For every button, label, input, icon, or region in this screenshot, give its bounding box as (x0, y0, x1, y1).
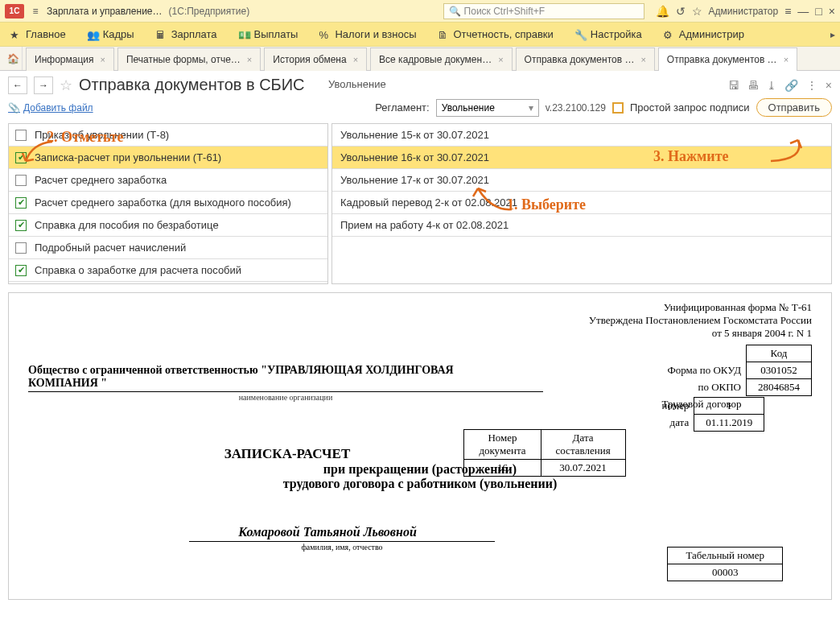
reglament-label: Регламент: (375, 101, 430, 114)
document-row[interactable]: Увольнение 16-к от 30.07.2021 (332, 147, 831, 169)
doc-type-label: Подробный расчет начислений (35, 242, 186, 254)
doc-type-label: Расчет среднего заработка (для выходного… (35, 196, 291, 209)
doc-type-row[interactable]: Приказ об увольнении (Т-8) (9, 124, 327, 147)
doc-type-label: Расчет среднего заработка (35, 174, 167, 186)
send-button[interactable]: Отправить (756, 98, 832, 117)
maximize-icon[interactable]: □ (815, 5, 821, 18)
document-row[interactable]: Увольнение 15-к от 30.07.2021 (332, 124, 831, 147)
document-preview: Унифицированная форма № Т-61 Утверждена … (8, 292, 832, 600)
window-options-icon[interactable]: ≡ (784, 5, 791, 18)
user-label[interactable]: Администратор (709, 6, 779, 17)
more-icon[interactable]: ⋮ (806, 79, 817, 92)
nav-forward-button[interactable]: → (34, 76, 53, 94)
close-icon[interactable]: × (829, 5, 835, 18)
menu-hr[interactable]: 👥Кадры (82, 25, 139, 43)
document-row[interactable]: Прием на работу 4-к от 02.08.2021 (332, 214, 831, 237)
form-title: Отправка документов в СБИС (79, 76, 305, 94)
favorite-toggle[interactable]: ☆ (60, 76, 72, 94)
tab-close-icon[interactable]: × (784, 55, 789, 64)
menu-payments[interactable]: 💵Выплаты (233, 25, 303, 43)
doc-type-checkbox[interactable]: ✔ (15, 220, 27, 231)
doc-type-row[interactable]: ✔Записка-расчет при увольнении (Т-61) (9, 147, 327, 169)
tab-close-icon[interactable]: × (247, 55, 252, 64)
app-subtitle: (1С:Предприятие) (169, 6, 250, 17)
app-logo: 1C (5, 4, 24, 19)
menu-icon[interactable]: ≡ (29, 5, 42, 18)
titlebar: 1C ≡ Зарплата и управление… (1С:Предприя… (0, 0, 840, 23)
tab-send-docs-2[interactable]: Отправка документов …× (658, 48, 797, 71)
app-name: Зарплата и управление… (47, 6, 163, 17)
doc-icon: 🗎 (438, 29, 449, 40)
tab-exchange-history[interactable]: История обмена× (264, 48, 367, 71)
menu-more-icon[interactable]: ▸ (830, 29, 835, 40)
tab-send-docs-1[interactable]: Отправка документов …× (516, 48, 655, 71)
doc-type-label: Приказ об увольнении (Т-8) (35, 129, 169, 141)
document-row[interactable]: Увольнение 17-к от 30.07.2021 (332, 169, 831, 192)
bell-icon[interactable]: 🔔 (656, 5, 669, 18)
document-row[interactable]: Кадровый перевод 2-к от 02.08.2021 (332, 192, 831, 214)
menu-salary[interactable]: 🖩Зарплата (150, 25, 222, 43)
doc-type-checkbox[interactable]: ✔ (15, 152, 27, 163)
doc-type-checkbox[interactable] (15, 242, 27, 254)
doc-type-row[interactable]: ✔Справка о заработке для расчета пособий (9, 259, 327, 282)
simple-sign-checkbox[interactable] (612, 102, 624, 114)
pv-organization: Общество с ограниченной ответственностью… (28, 364, 471, 390)
doc-type-row[interactable]: ✔Справка для пособия по безработице (9, 214, 327, 237)
minimize-icon[interactable]: — (797, 5, 809, 18)
star-icon[interactable]: ☆ (692, 5, 702, 18)
doc-type-label: Справка для пособия по безработице (35, 219, 219, 231)
document-types-panel: Приказ об увольнении (Т-8)✔Записка-расче… (8, 123, 328, 284)
close-form-icon[interactable]: × (826, 79, 832, 92)
search-icon: 🔍 (449, 6, 461, 17)
pv-sub1: при прекращении (расторжении) (28, 462, 812, 477)
doc-type-checkbox[interactable] (15, 175, 27, 186)
money-icon: 💵 (238, 29, 249, 40)
doc-type-checkbox[interactable]: ✔ (15, 197, 27, 209)
reglament-select[interactable]: Увольнение ▾ (436, 99, 539, 117)
pv-codes-table: Код Форма по ОКУД0301052 по ОКПО28046854… (651, 345, 813, 432)
add-file-link[interactable]: 📎 Добавить файл (8, 102, 93, 114)
simple-sign-label: Простой запрос подписи (630, 101, 750, 114)
global-search[interactable]: 🔍 Поиск Ctrl+Shift+F (443, 3, 644, 19)
tab-close-icon[interactable]: × (100, 55, 105, 64)
tab-close-icon[interactable]: × (498, 55, 503, 64)
version-label: v.23.2100.129 (546, 102, 606, 114)
doc-type-checkbox[interactable]: ✔ (15, 265, 27, 276)
doc-type-row[interactable]: ✔Расчет среднего заработка (для выходног… (9, 192, 327, 214)
calculator-icon: 🖩 (155, 29, 167, 40)
history-icon[interactable]: ↺ (676, 5, 686, 18)
tab-close-icon[interactable]: × (640, 55, 645, 64)
menu-main[interactable]: ★Главное (5, 25, 71, 43)
menu-taxes[interactable]: %Налоги и взносы (314, 25, 421, 43)
doc-type-row[interactable]: Подробный расчет начислений (9, 237, 327, 259)
tab-info[interactable]: Информация× (26, 48, 114, 71)
print-icon[interactable]: 🖶 (747, 79, 759, 92)
link-icon[interactable]: 🔗 (784, 79, 798, 92)
tab-print-forms[interactable]: Печатные формы, отче…× (117, 48, 261, 71)
home-tab[interactable]: 🏠 (5, 47, 23, 70)
tab-hr-docs[interactable]: Все кадровые докумен…× (370, 48, 512, 71)
people-icon: 👥 (87, 29, 98, 40)
doc-type-row[interactable]: Расчет среднего заработка (9, 169, 327, 192)
paperclip-icon: 📎 (8, 102, 20, 114)
doc-type-checkbox[interactable] (15, 130, 27, 141)
pv-approval: Утверждена Постановлением Госкомстата Ро… (28, 314, 812, 327)
documents-panel: Увольнение 15-к от 30.07.2021Увольнение … (331, 123, 832, 284)
star-solid-icon: ★ (10, 29, 21, 40)
pv-form-no: Унифицированная форма № Т-61 (28, 301, 812, 314)
save-icon[interactable]: 🖫 (728, 79, 739, 92)
nav-back-button[interactable]: ← (8, 76, 27, 94)
main-menu: ★Главное 👥Кадры 🖩Зарплата 💵Выплаты %Нало… (0, 23, 840, 47)
pv-tabel-table: Табельный номер 00003 (667, 547, 783, 581)
menu-admin[interactable]: ⚙Администрир (658, 25, 749, 43)
export-icon[interactable]: ⤓ (767, 79, 776, 92)
chevron-down-icon: ▾ (529, 102, 533, 114)
doc-type-label: Записка-расчет при увольнении (Т-61) (35, 151, 221, 163)
pv-approval-date: от 5 января 2004 г. N 1 (28, 327, 812, 340)
gear-icon: ⚙ (663, 29, 674, 40)
menu-reports[interactable]: 🗎Отчетность, справки (433, 25, 558, 43)
search-placeholder: Поиск Ctrl+Shift+F (464, 6, 546, 17)
menu-settings[interactable]: 🔧Настройка (570, 25, 647, 43)
tab-close-icon[interactable]: × (353, 55, 358, 64)
doc-type-label: Справка о заработке для расчета пособий (35, 264, 241, 276)
